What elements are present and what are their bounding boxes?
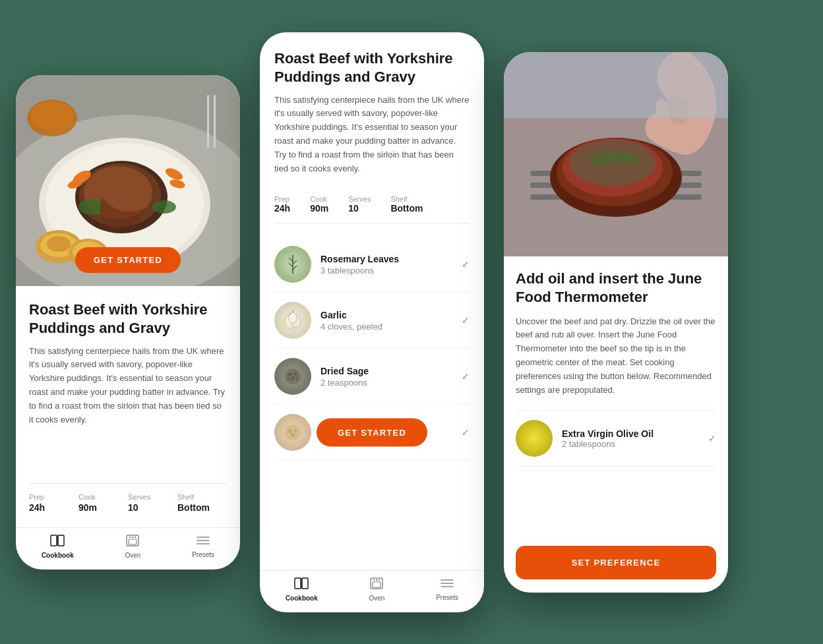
nav-cookbook-left[interactable]: Cookbook [42, 535, 74, 559]
center-cook-label: Cook [310, 195, 328, 203]
ingredient-rosemary: Rosemary Leaves 3 tablespoons ✓ [274, 237, 470, 293]
oven-label-left: Oven [125, 552, 141, 559]
prep-value: 24h [29, 502, 45, 513]
center-header: Roast Beef with Yorkshire Puddings and G… [260, 32, 484, 227]
step-desc: Uncover the beef and pat dry. Drizzle th… [516, 315, 716, 397]
presets-label-left: Presets [192, 551, 214, 558]
oven-icon-center [370, 577, 383, 593]
sugar-image [274, 414, 311, 451]
svg-rect-22 [51, 535, 57, 546]
recipe-desc-center: This satisfying centerpiece hails from t… [274, 94, 470, 176]
nav-oven-left[interactable]: Oven [125, 535, 141, 559]
garlic-image [274, 302, 311, 339]
phone-right: Add oil and insert the June Food Thermom… [504, 52, 728, 593]
svg-point-29 [135, 536, 136, 537]
svg-point-44 [288, 372, 292, 376]
svg-point-12 [152, 200, 176, 214]
cookbook-icon [50, 535, 65, 550]
presets-label-center: Presets [436, 594, 458, 601]
rosemary-info: Rosemary Leaves 3 tablespoons [320, 254, 452, 276]
center-prep-label: Prep [274, 195, 290, 203]
garlic-name: Garlic [320, 310, 452, 320]
svg-point-51 [294, 429, 297, 432]
svg-rect-53 [295, 578, 301, 589]
olive-oil-info: Extra Virgin Olive Oil 2 tablespoons [562, 428, 699, 449]
recipe-meta-left: Prep 24h Cook 90m Serves 10 Shelf Bottom [29, 483, 227, 513]
center-meta-cook: Cook 90m [310, 195, 328, 214]
svg-rect-57 [373, 582, 381, 587]
hero-image-right [504, 52, 728, 256]
rosemary-amount: 3 tablespoons [320, 266, 452, 276]
center-cook-value: 90m [310, 203, 328, 214]
nav-oven-center[interactable]: Oven [369, 577, 385, 602]
cookbook-label-left: Cookbook [42, 552, 74, 559]
cookbook-label-center: Cookbook [286, 595, 318, 602]
shelf-value: Bottom [177, 502, 210, 513]
olive-oil-check: ✓ [708, 433, 716, 444]
center-prep-value: 24h [274, 203, 290, 214]
svg-point-60 [379, 579, 380, 580]
svg-point-21 [31, 102, 73, 131]
garlic-amount: 4 cloves, peeled [320, 322, 452, 332]
ingredient-sugar: Light Brown Sugar 2 teaspoons ✓ GET STAR… [274, 405, 470, 461]
sage-info: Dried Sage 2 teaspoons [320, 366, 452, 388]
cookbook-icon-center [294, 577, 309, 593]
hero-image-left: GET STARTED [16, 75, 240, 286]
presets-icon [197, 535, 210, 549]
svg-rect-19 [214, 95, 216, 148]
olive-oil-name: Extra Virgin Olive Oil [562, 428, 699, 439]
meta-shelf: Shelf Bottom [177, 493, 227, 513]
serves-value: 10 [128, 502, 138, 513]
phone-center: Roast Beef with Yorkshire Puddings and G… [260, 32, 484, 612]
sugar-check: ✓ [462, 427, 470, 438]
svg-point-52 [291, 433, 295, 437]
sage-amount: 2 teaspoons [320, 378, 452, 388]
step-title: Add oil and insert the June Food Thermom… [516, 270, 716, 307]
center-serves-value: 10 [348, 203, 371, 214]
olive-oil-amount: 2 tablespoons [562, 439, 699, 449]
set-preference-container: SET PREFERENCE [516, 546, 716, 579]
oven-icon [126, 535, 139, 550]
get-started-button-center[interactable]: GET STARTED [317, 419, 427, 447]
sugar-icon [281, 421, 305, 444]
svg-point-47 [288, 378, 290, 380]
bottom-nav-left: Cookbook Oven [16, 527, 240, 570]
rosemary-image [274, 246, 311, 283]
phone-left: GET STARTED Roast Beef with Yorkshire Pu… [16, 75, 240, 570]
svg-point-50 [288, 429, 292, 433]
center-shelf-label: Shelf [390, 195, 423, 203]
svg-point-15 [47, 236, 71, 252]
nav-cookbook-center[interactable]: Cookbook [286, 577, 318, 602]
svg-point-49 [285, 424, 301, 440]
svg-point-74 [619, 155, 639, 165]
get-started-button-left[interactable]: GET STARTED [75, 247, 181, 273]
svg-rect-23 [58, 535, 64, 546]
nav-presets-center[interactable]: Presets [436, 578, 458, 601]
serves-label: Serves [128, 493, 150, 501]
rosemary-icon [281, 252, 305, 276]
get-started-overlay: GET STARTED [75, 247, 181, 273]
recipe-title-center: Roast Beef with Yorkshire Puddings and G… [274, 49, 470, 87]
set-preference-button[interactable]: SET PREFERENCE [516, 546, 716, 579]
shelf-label: Shelf [177, 493, 194, 501]
nav-presets-left[interactable]: Presets [192, 535, 214, 558]
oven-label-center: Oven [369, 595, 385, 602]
garlic-info: Garlic 4 cloves, peeled [320, 310, 452, 332]
center-shelf-value: Bottom [390, 203, 423, 214]
meta-cook: Cook 90m [78, 493, 128, 513]
olive-oil-image [516, 420, 553, 457]
meta-serves: Serves 10 [128, 493, 177, 513]
rosemary-name: Rosemary Leaves [320, 254, 452, 264]
svg-rect-18 [207, 95, 209, 148]
garlic-check: ✓ [462, 315, 470, 326]
svg-point-27 [129, 536, 131, 537]
phone-right-content: Add oil and insert the June Food Thermom… [504, 256, 728, 593]
svg-point-59 [376, 579, 377, 580]
recipe-title-left: Roast Beef with Yorkshire Puddings and G… [29, 301, 227, 338]
sage-image [274, 358, 311, 395]
svg-rect-78 [504, 52, 728, 118]
sage-icon [281, 365, 305, 388]
ingredient-list: Rosemary Leaves 3 tablespoons ✓ [260, 237, 484, 461]
svg-point-58 [373, 579, 375, 580]
center-meta-prep: Prep 24h [274, 195, 290, 214]
